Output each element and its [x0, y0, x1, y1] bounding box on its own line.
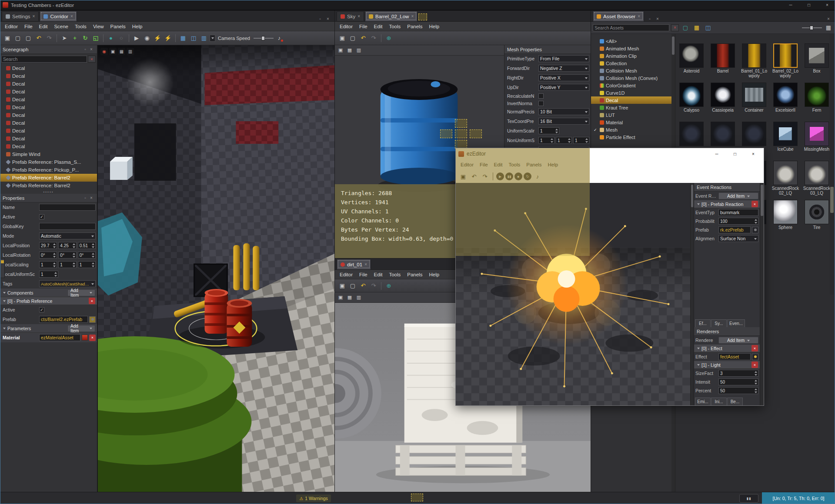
name-input[interactable]: [39, 204, 96, 211]
asset-type-filter[interactable]: ✓ <All>: [591, 37, 675, 45]
spinner-arrows-icon[interactable]: [555, 128, 559, 134]
delete-item-icon[interactable]: ×: [752, 345, 758, 351]
size-factor-spinner[interactable]: 3: [718, 370, 758, 377]
copy-icon[interactable]: ▢: [348, 33, 357, 43]
asset-item[interactable]: IceCube: [771, 122, 800, 156]
browse-asset-button[interactable]: [752, 227, 758, 233]
scenegraph-item[interactable]: Decal: [0, 135, 97, 143]
menu-item[interactable]: Tools: [386, 271, 404, 278]
document-tab[interactable]: Sky ×: [337, 11, 364, 21]
dock-guide-left[interactable]: [440, 129, 452, 138]
stop-icon[interactable]: ■: [514, 172, 522, 180]
menu-item[interactable]: File: [356, 271, 371, 278]
view-grid-icon[interactable]: ▦: [346, 294, 354, 302]
thumbnail-size-slider[interactable]: [802, 25, 822, 31]
browse-asset-button[interactable]: [752, 354, 758, 360]
scrollbar-thumb[interactable]: [691, 185, 693, 207]
dock-guide-status[interactable]: [411, 494, 423, 501]
panel-close-icon[interactable]: ×: [88, 47, 94, 52]
spinner-arrows-icon[interactable]: [53, 243, 57, 249]
local-rotation-y[interactable]: 0°: [58, 252, 76, 259]
asset-thumbnail[interactable]: [805, 83, 829, 107]
asset-thumbnail[interactable]: [773, 161, 798, 185]
asset-item[interactable]: Fern: [802, 83, 831, 117]
local-rotation-x[interactable]: 0°: [39, 252, 57, 259]
asset-item[interactable]: Container: [740, 83, 768, 117]
render-grid-icon[interactable]: ▦: [178, 33, 188, 43]
undo-icon[interactable]: ↶: [358, 281, 368, 291]
scenegraph-item[interactable]: Prefab Reference: Barrel2: [0, 174, 97, 182]
menu-item[interactable]: Editor: [458, 161, 477, 168]
tab-close-icon[interactable]: ×: [357, 14, 360, 19]
view-shading-icon[interactable]: ▥: [355, 46, 363, 54]
scenegraph-item[interactable]: Prefab Reference: Pickup_P...: [0, 166, 97, 174]
texcoord-precision-select[interactable]: 16 Bit: [538, 118, 589, 125]
menu-item[interactable]: File: [477, 161, 491, 168]
render-mode-icon[interactable]: ▦: [118, 48, 125, 55]
spinner-arrows-icon[interactable]: [550, 138, 554, 143]
scenegraph-item[interactable]: Decal: [0, 72, 97, 80]
menu-item[interactable]: Tools: [505, 161, 523, 168]
globalkey-input[interactable]: [39, 223, 96, 230]
delete-component-icon[interactable]: ×: [89, 298, 95, 304]
asset-type-filter[interactable]: ✓ Material: [591, 119, 675, 126]
slider-handle[interactable]: [810, 26, 813, 30]
uniform-scaling-spinner[interactable]: 1: [538, 127, 559, 134]
local-space-icon[interactable]: ○: [117, 33, 126, 43]
view-shading-icon[interactable]: ▥: [355, 294, 363, 302]
asset-thumbnail[interactable]: [805, 161, 829, 185]
asset-thumbnail[interactable]: [742, 122, 766, 146]
scenegraph-item[interactable]: Decal: [0, 64, 97, 72]
asset-item[interactable]: Cassiopeia: [708, 83, 737, 117]
spinner-arrows-icon[interactable]: [754, 371, 758, 376]
redo-icon[interactable]: ↷: [369, 33, 378, 43]
intensity-spinner[interactable]: 50: [718, 378, 758, 385]
browse-asset-button[interactable]: [89, 316, 96, 323]
normal-precision-select[interactable]: 10 Bit: [538, 108, 589, 115]
tab-close-icon[interactable]: ×: [411, 14, 414, 19]
asset-thumbnail[interactable]: [773, 83, 798, 107]
local-position-x[interactable]: 29.7: [39, 242, 57, 249]
delete-item-icon[interactable]: ×: [752, 361, 758, 368]
asset-thumbnail[interactable]: [679, 122, 704, 146]
spinner-arrows-icon[interactable]: [91, 262, 95, 268]
dock-guide-top[interactable]: [455, 119, 467, 128]
asset-item[interactable]: Box: [802, 43, 831, 78]
asset-type-filter[interactable]: ✓ Collision Mesh: [591, 67, 675, 74]
close-button[interactable]: ×: [745, 149, 761, 159]
asset-item[interactable]: ExcelsiorII: [771, 83, 800, 117]
dock-guide-center[interactable]: [455, 129, 467, 138]
local-rotation-z[interactable]: 0°: [78, 252, 96, 259]
menu-item[interactable]: Panels: [107, 23, 129, 30]
scenegraph-item[interactable]: Decal: [0, 96, 97, 103]
globe-icon[interactable]: ⊕: [384, 281, 394, 291]
search-clear-icon[interactable]: ×: [671, 24, 679, 31]
alignment-select[interactable]: Surface Non: [718, 235, 758, 242]
translate-tool-icon[interactable]: +: [70, 33, 80, 43]
duplicate-icon[interactable]: ▢: [23, 33, 33, 43]
add-component-button[interactable]: Add Item: [67, 289, 95, 296]
asset-item[interactable]: ScannedRock02_LQ: [771, 161, 800, 196]
asset-item[interactable]: Calypso: [677, 83, 706, 117]
effect-asset-field[interactable]: fectAsset: [718, 353, 751, 360]
asset-type-filter[interactable]: ✓ Animation Clip: [591, 52, 675, 60]
asset-thumbnail[interactable]: [711, 43, 735, 68]
view-options-icon[interactable]: ◫: [703, 23, 713, 33]
non-uniform-x-spinner[interactable]: 1: [538, 137, 554, 144]
slider-handle[interactable]: [261, 36, 265, 40]
panel-close-icon[interactable]: ×: [655, 17, 661, 21]
reaction-prefab-field[interactable]: rk.ezPrefab: [718, 226, 751, 233]
asset-type-filter[interactable]: ✓ Particle Effect: [591, 133, 675, 141]
maximize-button[interactable]: □: [801, 0, 817, 10]
dock-close-icon[interactable]: ×: [825, 17, 832, 21]
right-dir-select[interactable]: Positive X: [538, 74, 589, 81]
asset-thumbnail[interactable]: [805, 122, 829, 146]
undo-icon[interactable]: ↶: [358, 33, 368, 43]
audio-mute-icon[interactable]: ♪: [274, 33, 284, 43]
asset-thumbnail[interactable]: [773, 43, 798, 68]
spinner-arrows-icon[interactable]: [53, 262, 57, 268]
particle-section-tab[interactable]: Sy...: [711, 319, 727, 327]
rotate-tool-icon[interactable]: ↻: [80, 33, 90, 43]
local-position-y[interactable]: 4.25: [58, 242, 76, 249]
scenegraph-item[interactable]: Prefab Reference: Barrel2: [0, 182, 97, 189]
